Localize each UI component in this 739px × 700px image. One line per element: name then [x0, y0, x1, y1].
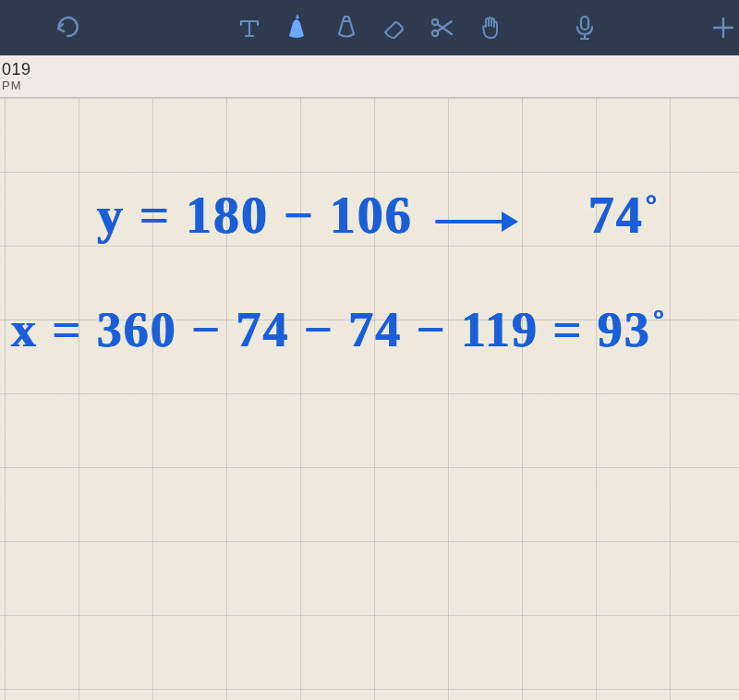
- eraser-tool-button[interactable]: [378, 12, 409, 43]
- pen-icon: [284, 14, 311, 42]
- degree-symbol: °: [653, 305, 666, 334]
- scissors-icon: [428, 14, 455, 42]
- eraser-icon: [380, 14, 407, 42]
- scissors-tool-button[interactable]: [426, 12, 457, 43]
- add-button[interactable]: [708, 12, 739, 43]
- lasso-tool-button[interactable]: [474, 12, 505, 43]
- highlighter-tool-button[interactable]: [330, 12, 361, 43]
- pen-tool-button[interactable]: [282, 12, 313, 43]
- microphone-icon: [573, 14, 597, 42]
- handwriting-text: y = 180 − 106: [97, 187, 413, 244]
- undo-icon: [53, 14, 80, 42]
- text-icon: [236, 15, 262, 41]
- date-time-fragment: PM: [2, 79, 739, 91]
- arrow-icon: [435, 211, 518, 230]
- svg-rect-2: [581, 17, 588, 30]
- date-strip: 019 PM: [0, 55, 739, 98]
- degree-symbol: °: [646, 190, 659, 222]
- handwriting-line-1: y = 180 − 106 74°: [97, 186, 659, 245]
- top-toolbar: [0, 0, 739, 55]
- highlighter-icon: [332, 14, 359, 42]
- text-tool-button[interactable]: [234, 12, 265, 43]
- handwriting-text: x = 360 − 74 − 74 − 119 = 93: [11, 302, 651, 357]
- handwriting-text: 74: [588, 187, 644, 244]
- handwriting-line-2: x = 360 − 74 − 74 − 119 = 93°: [11, 301, 666, 358]
- date-year-fragment: 019: [2, 61, 739, 78]
- undo-button[interactable]: [51, 12, 82, 43]
- lasso-hand-icon: [476, 14, 503, 42]
- note-canvas[interactable]: y = 180 − 106 74° x = 360 − 74 − 74 − 11…: [0, 98, 739, 700]
- plus-icon: [710, 15, 736, 41]
- microphone-button[interactable]: [569, 12, 600, 43]
